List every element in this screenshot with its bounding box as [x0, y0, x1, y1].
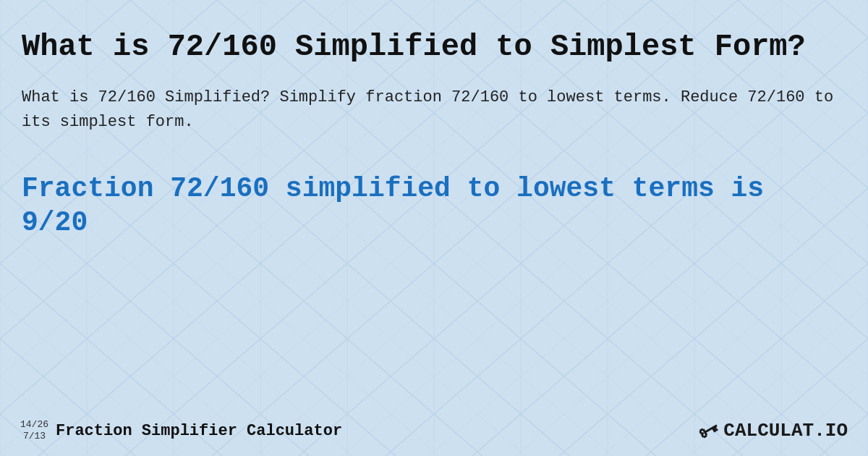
fraction-top: 14/26 — [20, 419, 48, 431]
description-text: What is 72/160 Simplified? Simplify frac… — [22, 85, 846, 135]
fraction-bottom: 7/13 — [23, 431, 46, 442]
calculat-logo: 🗝 CALCULAT.IO — [699, 418, 848, 443]
footer-site-title: Fraction Simplifier Calculator — [56, 422, 342, 440]
footer-left: 14/26 7/13 Fraction Simplifier Calculato… — [20, 419, 342, 442]
key-icon: 🗝 — [694, 415, 724, 446]
footer-fraction: 14/26 7/13 — [20, 419, 48, 442]
main-content: What is 72/160 Simplified to Simplest Fo… — [0, 0, 868, 291]
result-text: Fraction 72/160 simplified to lowest ter… — [22, 172, 846, 240]
main-title: What is 72/160 Simplified to Simplest Fo… — [22, 29, 846, 65]
footer: 14/26 7/13 Fraction Simplifier Calculato… — [20, 418, 848, 443]
logo-text: CALCULAT.IO — [723, 420, 848, 442]
